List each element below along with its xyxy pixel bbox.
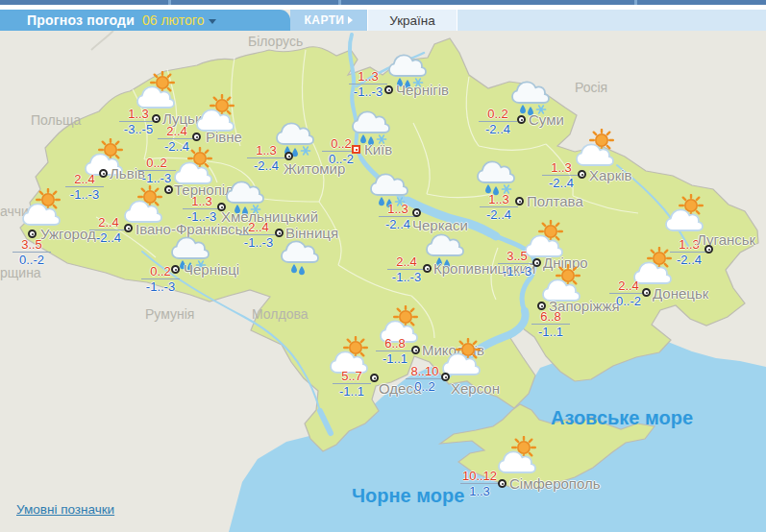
sun-cloud-icon <box>174 147 216 185</box>
night-temperature: -1..-3 <box>65 187 104 202</box>
day-temperature: 2..4 <box>158 125 196 139</box>
day-temperature: 8..10 <box>406 365 444 379</box>
temperature-block: 1..3 -2..4 <box>247 144 285 173</box>
cloud <box>277 123 313 144</box>
night-temperature: 0..-2 <box>322 152 360 166</box>
day-temperature: 2..4 <box>65 173 104 187</box>
city-name: Чернігів <box>396 83 449 97</box>
sun-cloud-icon <box>442 338 484 376</box>
country-label: Росія <box>575 80 607 95</box>
city-name: Київ <box>364 142 392 157</box>
night-temperature: -1..1 <box>376 351 414 366</box>
day-temperature: 1..3 <box>480 193 518 207</box>
cloud <box>371 174 408 195</box>
sun-cloud-icon <box>665 194 707 232</box>
maps-button[interactable]: КАРТИ <box>290 10 367 31</box>
night-temperature: -1..-3 <box>239 235 278 250</box>
temperature-block: 2..4 -1..-3 <box>65 173 104 202</box>
night-temperature: -1..-3 <box>141 279 180 294</box>
day-temperature: 2..4 <box>89 216 128 230</box>
header-gap <box>0 5 766 10</box>
night-temperature: 0..2 <box>406 379 444 394</box>
city-marker <box>517 115 526 124</box>
city-marker <box>537 302 546 310</box>
temperature-block: 1..3 -3..-5 <box>119 108 158 136</box>
snowflake <box>302 147 310 155</box>
cloud <box>512 82 549 103</box>
weather-icon <box>22 188 64 230</box>
weather-icon <box>576 129 618 171</box>
header-filler <box>457 10 766 31</box>
night-temperature: -2..4 <box>379 217 417 231</box>
sun-cloud-icon <box>136 71 179 109</box>
cloud <box>478 161 514 182</box>
city-marker <box>411 346 420 354</box>
night-temperature: -2..4 <box>480 207 518 222</box>
city-marker <box>370 374 379 382</box>
forecast-title-band: Прогноз погоди 06 лютого <box>0 10 290 31</box>
city-marker <box>642 288 651 297</box>
night-temperature: -1..-3 <box>387 270 426 284</box>
weather-icon <box>280 234 322 280</box>
day-temperature: 1..3 <box>183 195 221 209</box>
region-tab-ukraine[interactable]: Україна <box>367 10 457 31</box>
city-marker <box>498 479 507 488</box>
temperature-block: 2..4 -2..4 <box>89 216 128 245</box>
cloud <box>227 181 263 203</box>
city-marker <box>515 197 524 206</box>
page-title: Прогноз погоди <box>27 12 135 28</box>
cloud <box>353 111 389 133</box>
night-temperature: -3..-5 <box>119 122 158 136</box>
day-temperature: 0..2 <box>137 157 176 171</box>
city-name: Чернівці <box>184 262 239 277</box>
night-temperature: 0..-2 <box>12 253 51 267</box>
city-marker <box>352 145 360 154</box>
day-temperature: 0..2 <box>479 108 517 122</box>
chevron-down-icon <box>209 19 216 24</box>
city-marker <box>578 170 586 179</box>
night-temperature: -1..-3 <box>137 171 176 185</box>
cloud <box>172 237 209 258</box>
day-temperature: 3..5 <box>498 250 536 264</box>
city-marker <box>412 208 421 217</box>
sun-cloud-icon <box>498 436 540 474</box>
temperature-block: 6..8 -1..1 <box>531 310 570 339</box>
city-marker <box>532 258 541 267</box>
sea-label: Чорне море <box>352 485 464 507</box>
temperature-block: 8..10 0..2 <box>406 365 444 394</box>
city-name: Сімферополь <box>509 476 601 491</box>
temperature-block: 1..3 -1..-3 <box>183 195 221 224</box>
raindrop <box>520 105 526 113</box>
night-temperature: -1..1 <box>333 384 371 399</box>
temperature-block: 1..3 -2..4 <box>480 193 518 222</box>
temperature-block: 3..5 0..-2 <box>12 238 51 267</box>
raindrop <box>299 266 305 275</box>
weather-icon <box>665 194 707 236</box>
country-label: Польща <box>31 112 81 128</box>
country-label: Молдова <box>252 306 309 322</box>
country-label: Румунія <box>145 306 194 322</box>
temperature-block: 6..8 -1..1 <box>376 337 414 366</box>
sun-cloud-icon <box>576 129 618 167</box>
day-temperature: 6..8 <box>376 337 414 351</box>
night-temperature: -1..-3 <box>183 209 221 224</box>
date-selector[interactable]: 06 лютого <box>142 12 216 28</box>
city-marker <box>28 230 37 238</box>
city-name: Херсон <box>451 381 500 396</box>
city-marker <box>284 152 293 160</box>
night-temperature: -1..-3 <box>498 264 536 278</box>
maps-button-label: КАРТИ <box>305 13 345 27</box>
temperature-block: 5..7 -1..1 <box>333 370 371 399</box>
night-temperature: -1..1 <box>531 325 570 339</box>
weather-forecast-page: БілорусьПольщаРосіяРумуніяМолдовааччирщи… <box>0 0 766 532</box>
sun-cloud-icon <box>22 188 64 227</box>
temperature-block: 0..2 -1..-3 <box>137 157 176 185</box>
city-marker <box>441 373 450 381</box>
legend-link[interactable]: Умовні позначки <box>16 502 114 517</box>
day-temperature: 10..12 <box>460 470 499 484</box>
raindrop <box>291 264 297 273</box>
day-temperature: 1..3 <box>542 161 581 176</box>
night-temperature: -1..-3 <box>349 85 387 99</box>
city-name: Вінниця <box>285 226 338 240</box>
city-name: Харків <box>589 168 632 182</box>
